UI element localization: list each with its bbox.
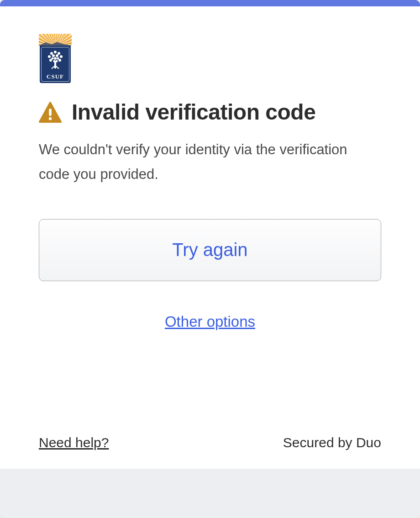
org-logo: CSUF (39, 34, 381, 84)
svg-point-10 (54, 57, 57, 60)
svg-point-7 (58, 59, 61, 62)
svg-rect-16 (49, 109, 52, 116)
heading-row: Invalid verification code (39, 99, 381, 125)
csuf-logo: CSUF (39, 34, 72, 84)
svg-point-3 (58, 52, 60, 55)
svg-point-9 (56, 54, 58, 57)
card-footer: Need help? Secured by Duo (0, 435, 420, 469)
card-content: CSUF Invalid verification code We couldn… (0, 6, 420, 435)
svg-point-5 (60, 55, 63, 58)
svg-point-12 (57, 58, 59, 60)
bottom-band (0, 469, 420, 518)
error-heading: Invalid verification code (72, 99, 315, 125)
svg-point-1 (54, 51, 57, 53)
need-help-link[interactable]: Need help? (39, 435, 109, 450)
svg-point-17 (49, 117, 52, 120)
svg-point-2 (50, 52, 53, 55)
svg-point-4 (48, 55, 51, 58)
try-again-button[interactable]: Try again (39, 219, 381, 281)
svg-rect-15 (54, 61, 56, 68)
svg-point-6 (49, 59, 52, 62)
other-options-link[interactable]: Other options (39, 313, 381, 330)
error-message: We couldn't verify your identity via the… (39, 137, 381, 187)
svg-point-8 (52, 54, 55, 57)
logo-label: CSUF (40, 73, 71, 80)
auth-card: CSUF Invalid verification code We couldn… (0, 0, 420, 518)
accent-bar (0, 0, 420, 6)
warning-icon (39, 102, 62, 123)
secured-by-text: Secured by Duo (283, 435, 381, 450)
svg-point-11 (52, 58, 54, 60)
